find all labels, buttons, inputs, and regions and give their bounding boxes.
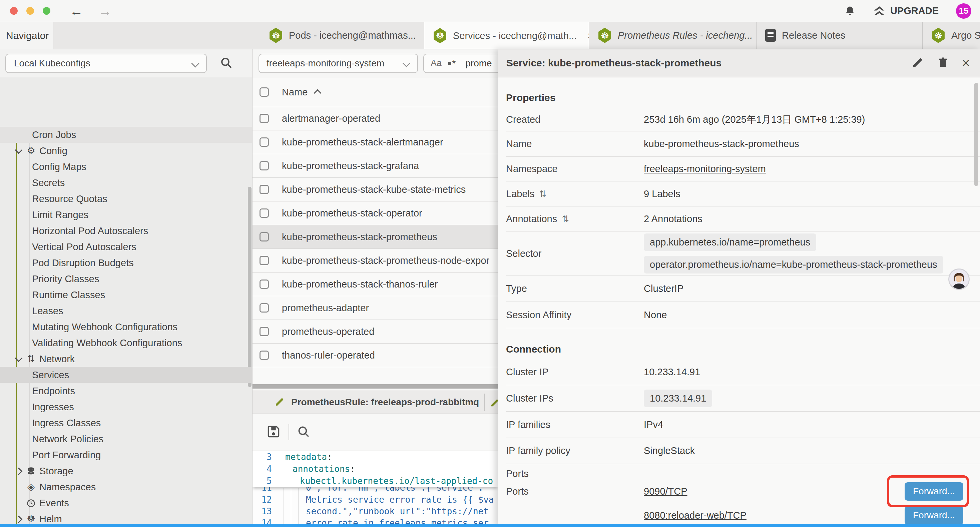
- delete-trash-icon[interactable]: [937, 56, 949, 70]
- sidebar-item-port-forwarding[interactable]: Port Forwarding: [0, 447, 252, 463]
- table-row[interactable]: kube-prometheus-stack-kube-state-metrics: [253, 178, 498, 201]
- table-row[interactable]: kube-prometheus-stack-operator: [253, 201, 498, 225]
- yaml-editor[interactable]: 3metadata:4annotations:5kubectl.kubernet…: [253, 451, 498, 527]
- editor-line: 5kubectl.kubernetes.io/last-applied-co: [253, 475, 498, 487]
- sidebar-item-ingress-classes[interactable]: Ingress Classes: [0, 415, 252, 431]
- port-link[interactable]: 9090/TCP: [644, 486, 687, 497]
- close-icon[interactable]: ×: [962, 56, 970, 70]
- table-row[interactable]: kube-prometheus-stack-alertmanager: [253, 131, 498, 154]
- row-checkbox[interactable]: [259, 185, 269, 194]
- section-heading-connection: Connection: [506, 344, 980, 355]
- forward-button[interactable]: Forward...: [905, 506, 963, 525]
- sidebar-item-config-maps[interactable]: Config Maps: [0, 159, 252, 175]
- sidebar-item-storage[interactable]: Storage: [0, 463, 252, 479]
- sidebar-item-network[interactable]: ⇅Network: [0, 351, 252, 367]
- sidebar-item-services[interactable]: Services: [0, 367, 252, 383]
- maximize-window-button[interactable]: [43, 7, 50, 15]
- notification-badge[interactable]: 15: [956, 3, 971, 19]
- namespace-select[interactable]: freeleaps-monitoring-system: [259, 54, 418, 73]
- select-all-checkbox[interactable]: [259, 88, 269, 97]
- table-row[interactable]: kube-prometheus-stack-prometheus: [253, 225, 498, 249]
- sidebar-item-priority-classes[interactable]: Priority Classes: [0, 271, 252, 287]
- port-link[interactable]: 8080:reloader-web/TCP: [644, 510, 746, 521]
- row-checkbox[interactable]: [259, 280, 269, 289]
- row-checkbox[interactable]: [259, 327, 269, 336]
- avatar[interactable]: [948, 269, 970, 290]
- kubeconfig-select-value: Local Kubeconfigs: [6, 58, 91, 69]
- regex-toggle[interactable]: *: [448, 61, 456, 66]
- chevron-right-icon[interactable]: [15, 468, 23, 475]
- row-checkbox[interactable]: [259, 232, 269, 242]
- sidebar-item-pod-disruption-budgets[interactable]: Pod Disruption Budgets: [0, 255, 252, 271]
- row-checkbox[interactable]: [259, 161, 269, 170]
- row-checkbox[interactable]: [259, 350, 269, 360]
- sidebar-item-vertical-pod-autoscalers[interactable]: Vertical Pod Autoscalers: [0, 239, 252, 255]
- namespace-link[interactable]: freeleaps-monitoring-system: [644, 164, 766, 174]
- yaml-colon: :: [327, 452, 332, 462]
- table-row[interactable]: prometheus-operated: [253, 320, 498, 344]
- detail-scrollbar[interactable]: [974, 83, 978, 186]
- sidebar-item-ingresses[interactable]: Ingresses: [0, 399, 252, 415]
- minimize-window-button[interactable]: [26, 7, 34, 15]
- kubeconfig-select[interactable]: Local Kubeconfigs: [5, 54, 207, 73]
- sidebar-item-namespaces[interactable]: ◈Namespaces: [0, 479, 252, 495]
- row-checkbox[interactable]: [259, 256, 269, 265]
- property-label-text: Created: [506, 114, 540, 125]
- table-row[interactable]: kube-prometheus-stack-thanos-ruler: [253, 272, 498, 296]
- row-checkbox[interactable]: [259, 137, 269, 147]
- match-case-toggle[interactable]: Aa: [431, 58, 442, 68]
- sidebar-item-cron-jobs[interactable]: Cron Jobs: [0, 127, 252, 143]
- sidebar-item-network-policies[interactable]: Network Policies: [0, 431, 252, 447]
- save-icon[interactable]: [266, 424, 281, 441]
- tab-release-notes[interactable]: Release Notes: [757, 22, 923, 49]
- edit-pencil-icon[interactable]: [912, 56, 924, 70]
- sidebar-item-label: Limit Ranges: [32, 209, 88, 220]
- sidebar-item-validating-webhook-configurations[interactable]: Validating Webhook Configurations: [0, 335, 252, 351]
- table-row[interactable]: alertmanager-operated: [253, 107, 498, 131]
- close-icon[interactable]: ×: [583, 30, 589, 42]
- close-window-button[interactable]: [10, 7, 18, 15]
- property-row-selector: Selectorapp.kubernetes.io/name=prometheu…: [506, 231, 980, 276]
- table-row[interactable]: kube-prometheus-stack-prometheus-node-ex…: [253, 249, 498, 272]
- editor-search-icon[interactable]: [296, 425, 310, 440]
- row-checkbox[interactable]: [259, 209, 269, 218]
- tab-services-icecheng-math[interactable]: ☸Services - icecheng@math...×: [424, 22, 589, 49]
- chevron-down-icon[interactable]: [15, 146, 23, 154]
- sidebar-item-horizontal-pod-autoscalers[interactable]: Horizontal Pod Autoscalers: [0, 223, 252, 239]
- forward-button[interactable]: Forward...: [905, 482, 963, 501]
- tab-pods-icecheng-mathmas[interactable]: ☸Pods - icecheng@mathmas...: [260, 22, 424, 49]
- row-checkbox[interactable]: [259, 114, 269, 123]
- editor-tab-label[interactable]: PrometheusRule: freeleaps-prod-rabbitmq: [291, 397, 479, 408]
- column-header-name[interactable]: Name: [282, 87, 307, 98]
- section-heading-properties: Properties: [506, 92, 980, 103]
- sidebar-item-config[interactable]: ⚙Config: [0, 143, 252, 159]
- sidebar-item-label: Ingresses: [32, 401, 74, 412]
- sidebar-item-leases[interactable]: Leases: [0, 303, 252, 319]
- sort-ascending-icon[interactable]: [314, 89, 321, 97]
- upgrade-button[interactable]: UPGRADE: [873, 5, 939, 17]
- table-row[interactable]: prometheus-adapter: [253, 296, 498, 320]
- navigator-panel-tab[interactable]: Navigator: [0, 22, 53, 49]
- sidebar-item-events[interactable]: Events: [0, 495, 252, 511]
- table-row[interactable]: kube-prometheus-stack-grafana: [253, 154, 498, 178]
- sort-updown-icon[interactable]: ⇅: [562, 214, 569, 224]
- chevron-right-icon[interactable]: [15, 516, 23, 523]
- bell-icon[interactable]: [844, 5, 856, 17]
- chevron-down-icon[interactable]: [15, 355, 23, 362]
- horizontal-scrollbar[interactable]: [253, 384, 498, 388]
- sidebar-item-endpoints[interactable]: Endpoints: [0, 383, 252, 399]
- back-button[interactable]: ←: [70, 4, 83, 18]
- sort-updown-icon[interactable]: ⇅: [539, 189, 546, 199]
- tab-argo-se[interactable]: ☸Argo Se: [923, 22, 980, 49]
- sidebar-item-limit-ranges[interactable]: Limit Ranges: [0, 207, 252, 223]
- forward-button[interactable]: →: [99, 4, 112, 18]
- sidebar-search-icon[interactable]: [220, 56, 233, 71]
- table-row[interactable]: thanos-ruler-operated: [253, 344, 498, 367]
- runbook-url-link[interactable]: https://net: [431, 506, 488, 516]
- tab-prometheus-rules-icecheng[interactable]: ☸Prometheus Rules - icecheng...: [589, 22, 757, 49]
- row-checkbox[interactable]: [259, 303, 269, 312]
- sidebar-item-secrets[interactable]: Secrets: [0, 175, 252, 191]
- sidebar-item-resource-quotas[interactable]: Resource Quotas: [0, 191, 252, 207]
- sidebar-item-runtime-classes[interactable]: Runtime Classes: [0, 287, 252, 303]
- sidebar-item-mutating-webhook-configurations[interactable]: Mutating Webhook Configurations: [0, 319, 252, 335]
